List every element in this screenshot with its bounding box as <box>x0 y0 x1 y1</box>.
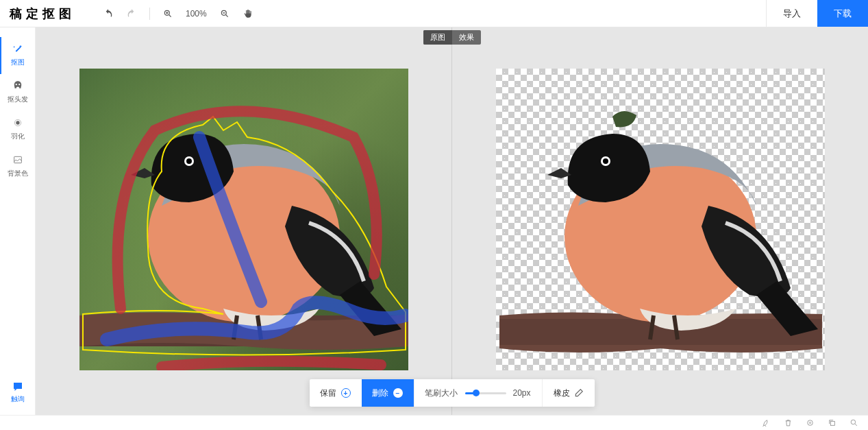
keep-label: 保留 <box>320 387 336 399</box>
original-pane[interactable] <box>36 27 451 415</box>
rocket-icon[interactable] <box>761 418 771 428</box>
tab-original[interactable]: 原图 <box>423 30 452 45</box>
bird-illustration <box>79 69 408 370</box>
canvas-area: 原图 效果 <box>36 27 868 415</box>
svg-point-3 <box>16 121 19 124</box>
eraser-icon <box>574 388 584 398</box>
remove-brush-button[interactable]: 删除 − <box>361 379 413 407</box>
zoom-in-icon[interactable] <box>162 8 173 19</box>
sidebar-label: 羽化 <box>11 132 25 141</box>
sidebar-label: 抠头发 <box>8 95 28 104</box>
brush-size-label: 笔刷大小 <box>425 387 458 399</box>
svg-point-12 <box>603 158 608 164</box>
eraser-label: 橡皮 <box>554 387 570 399</box>
zoom-out-icon[interactable] <box>219 8 230 19</box>
header-right: 导入 下载 <box>766 0 868 27</box>
tab-result[interactable]: 效果 <box>452 30 481 45</box>
brush-size-slider[interactable] <box>464 392 506 394</box>
source-image <box>79 69 408 370</box>
sidebar-label: 抠图 <box>11 58 25 67</box>
redo-icon[interactable] <box>126 8 137 19</box>
bird-cutout <box>496 69 825 370</box>
copy-icon[interactable] <box>827 418 836 428</box>
result-pane[interactable] <box>452 27 868 415</box>
app-logo: 稿定抠图 <box>10 5 75 22</box>
remove-label: 删除 <box>372 387 388 399</box>
svg-point-13 <box>807 420 813 426</box>
brush-size-control: 笔刷大小 20px <box>414 387 541 399</box>
separator <box>149 8 150 20</box>
trash-icon[interactable] <box>783 418 793 428</box>
plus-icon: + <box>340 388 350 398</box>
svg-point-14 <box>809 422 810 423</box>
sidebar-item-cutout[interactable]: 抠图 <box>0 37 35 74</box>
result-image <box>496 69 825 370</box>
feather-icon <box>12 117 24 129</box>
sidebar-label: 背景色 <box>8 169 28 178</box>
download-button[interactable]: 下载 <box>817 0 868 27</box>
app-header: 稿定抠图 100% 导入 下载 <box>0 0 868 27</box>
target-icon[interactable] <box>805 418 815 428</box>
eraser-button[interactable]: 橡皮 <box>543 379 595 407</box>
svg-point-16 <box>851 420 856 425</box>
sidebar-item-hair[interactable]: 抠头发 <box>0 74 35 111</box>
zoom-level: 100% <box>186 9 207 19</box>
chat-icon <box>12 381 24 393</box>
wand-icon <box>12 43 24 55</box>
keep-brush-button[interactable]: 保留 + <box>309 379 361 407</box>
brush-toolbar: 保留 + 删除 − 笔刷大小 20px 橡皮 <box>309 379 594 407</box>
status-bar <box>0 415 868 430</box>
svg-point-8 <box>186 158 192 164</box>
import-button[interactable]: 导入 <box>766 0 817 27</box>
view-mode-tabs: 原图 效果 <box>423 30 481 45</box>
image-icon <box>12 154 24 166</box>
sidebar-item-feather[interactable]: 羽化 <box>0 111 35 148</box>
sidebar-chat[interactable]: 触询 <box>0 381 35 404</box>
search-icon[interactable] <box>849 418 858 428</box>
sidebar-item-bgcolor[interactable]: 背景色 <box>0 148 35 185</box>
minus-icon: − <box>393 388 402 398</box>
sidebar-chat-label: 触询 <box>11 394 25 404</box>
pan-hand-icon[interactable] <box>243 8 253 19</box>
undo-icon[interactable] <box>103 8 114 19</box>
hair-icon <box>12 80 24 92</box>
header-tools: 100% <box>103 8 253 20</box>
left-sidebar: 抠图 抠头发 羽化 背景色 触询 <box>0 27 36 415</box>
brush-size-value: 20px <box>512 388 530 398</box>
svg-rect-15 <box>830 421 834 425</box>
